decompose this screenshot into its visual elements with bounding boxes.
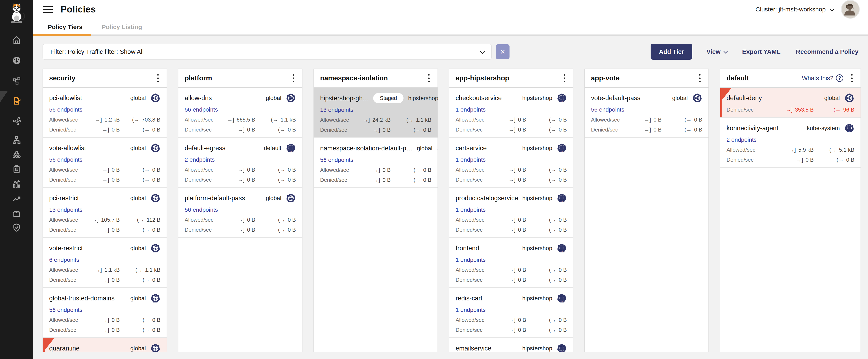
policy-scope-label: kube-system [807, 125, 840, 132]
network-sitemap-icon [12, 135, 21, 145]
sidebar-item-threat-defense[interactable] [0, 223, 33, 232]
endpoints-link[interactable]: 2 endpoints [185, 157, 215, 163]
policy-card[interactable]: pci-allowlist global 56 endpoints Allowe… [43, 88, 166, 138]
policy-card[interactable]: allow-dns global 56 endpoints Allowed/se… [178, 88, 302, 138]
policy-card[interactable]: redis-cart hipstershop 1 endpoints Allow… [450, 288, 573, 338]
sidebar-item-metrics[interactable] [0, 179, 33, 189]
endpoints-link[interactable]: 56 endpoints [49, 307, 82, 313]
policy-card[interactable]: vote-default-pass global 56 endpoints Al… [585, 88, 709, 138]
sidebar-item-endpoints[interactable] [0, 150, 33, 160]
ingress-value: 5.9 kB [798, 147, 814, 153]
endpoints-link[interactable]: 13 endpoints [49, 206, 82, 213]
tier-menu-kebab-icon[interactable] [427, 72, 431, 84]
egress-icon: (→ [143, 176, 150, 183]
endpoints-link[interactable]: 56 endpoints [185, 206, 218, 213]
policy-card[interactable]: hipstershop-gh… Staged hipstershop 13 en… [314, 88, 437, 138]
sidebar-item-trends[interactable] [0, 194, 33, 203]
recommend-policy-button[interactable]: Recommend a Policy [795, 48, 860, 55]
sidebar-item-flow-visualizer[interactable] [0, 116, 33, 126]
tab-policy-listing[interactable]: Policy Listing [96, 19, 148, 34]
policy-card[interactable]: frontend hipstershop 1 endpoints Allowed… [450, 238, 573, 288]
user-avatar[interactable] [841, 0, 860, 19]
export-yaml-button[interactable]: Export YAML [741, 48, 782, 55]
calico-cat-logo[interactable] [0, 0, 33, 25]
endpoints-link[interactable]: 1 endpoints [456, 307, 486, 313]
cluster-selector[interactable]: Cluster: jlt-msft-workshop [755, 6, 834, 13]
endpoints-link[interactable]: 56 endpoints [49, 106, 82, 113]
tier-help-link[interactable]: Whats this? ? [802, 74, 843, 82]
sidebar-item-home[interactable] [0, 35, 33, 45]
endpoints-link[interactable]: 6 endpoints [49, 256, 79, 263]
endpoints-link[interactable]: 1 endpoints [456, 256, 486, 263]
tier-menu-kebab-icon[interactable] [291, 72, 296, 84]
add-tier-button[interactable]: Add Tier [651, 44, 692, 60]
endpoints-link[interactable]: 56 endpoints [49, 157, 82, 163]
global-badge-icon [286, 93, 296, 103]
endpoints-link[interactable]: 56 endpoints [320, 157, 353, 163]
policy-card[interactable]: konnectivity-agent kube-system 2 endpoin… [720, 118, 861, 168]
policy-card[interactable]: cartservice hipstershop 1 endpoints Allo… [450, 138, 573, 188]
sidebar-item-dashboard[interactable] [0, 56, 33, 65]
sidebar-item-network[interactable] [0, 135, 33, 145]
policy-card[interactable]: vote-restrict global 6 endpoints Allowed… [43, 238, 166, 288]
tier-menu-kebab-icon[interactable] [698, 72, 702, 84]
egress-value: 0 B [694, 116, 702, 123]
policy-name: frontend [456, 245, 479, 252]
clear-filter-button[interactable]: × [496, 44, 509, 59]
sidebar-nav [0, 0, 33, 359]
view-dropdown-button[interactable]: View [705, 48, 728, 55]
metric-row: Allowed/sec→]0 B(→0 B [49, 317, 160, 323]
ingress-value: 105.7 B [101, 217, 120, 223]
endpoints-link[interactable]: 56 endpoints [185, 106, 218, 113]
endpoints-link[interactable]: 13 endpoints [320, 107, 353, 113]
endpoints-link[interactable]: 1 endpoints [456, 157, 486, 163]
tier-menu-kebab-icon[interactable] [156, 72, 160, 84]
ingress-value: 0 B [518, 127, 526, 133]
tier-header: security [43, 69, 166, 88]
policy-card[interactable]: namespace-isolation-default-p… global 56… [314, 138, 437, 188]
hamburger-menu-icon[interactable] [43, 6, 53, 13]
endpoints-link[interactable]: 2 endpoints [726, 137, 756, 143]
endpoints-link[interactable]: 56 endpoints [591, 106, 624, 113]
metric-row: Denied/sec→]0 B(→0 B [320, 127, 431, 133]
shield-check-icon [12, 223, 21, 232]
policy-card[interactable]: platform-default-pass global 56 endpoint… [178, 188, 302, 238]
egress-icon: (→ [413, 127, 421, 133]
policy-filter-dropdown[interactable]: Filter: Policy Traffic filter: Show All [42, 44, 492, 60]
metric-label: Allowed/sec [49, 267, 78, 273]
egress-icon: (→ [143, 127, 150, 133]
policy-card[interactable]: quarantine global 0 endpoints [43, 338, 166, 352]
policy-card[interactable]: emailservice hipstershop 1 endpoints All… [450, 338, 573, 352]
global-badge-icon [150, 293, 160, 303]
tab-policy-tiers[interactable]: Policy Tiers [42, 19, 88, 34]
policy-card[interactable]: pci-restrict global 13 endpoints Allowed… [43, 188, 166, 238]
endpoints-cluster-icon [12, 150, 21, 160]
sidebar-item-image-assurance[interactable] [0, 209, 33, 218]
policy-card[interactable]: global-trusted-domains global 56 endpoin… [43, 288, 166, 338]
policy-card[interactable]: default-deny global Denied/sec→]353.5 B(… [720, 88, 861, 118]
egress-icon: (→ [278, 167, 285, 173]
metric-label: Allowed/sec [456, 167, 485, 173]
metric-row: Denied/sec→]0 B(→0 B [49, 176, 160, 183]
endpoints-link[interactable]: 1 endpoints [456, 106, 486, 113]
ingress-icon: →] [373, 127, 380, 133]
policy-name: vote-restrict [49, 245, 83, 252]
policy-card[interactable]: productcatalogservice hipstershop 1 endp… [450, 188, 573, 238]
policy-card[interactable]: checkoutservice hipstershop 1 endpoints … [450, 88, 573, 138]
ingress-icon: →] [238, 217, 245, 223]
tier-menu-kebab-icon[interactable] [849, 72, 854, 84]
ingress-icon: →] [373, 167, 380, 173]
ingress-value: 665.5 B [237, 116, 255, 123]
tier-menu-kebab-icon[interactable] [562, 72, 567, 84]
policy-card[interactable]: vote-allowlist global 56 endpoints Allow… [43, 138, 166, 188]
policy-card[interactable]: default-egress default 2 endpoints Allow… [178, 138, 302, 188]
sidebar-item-compliance[interactable] [0, 165, 33, 174]
metric-label: Denied/sec [456, 127, 483, 133]
sidebar-item-service-graph[interactable] [0, 76, 33, 86]
policy-name: default-egress [185, 144, 225, 152]
egress-value: 0 B [559, 227, 567, 233]
endpoints-link[interactable]: 1 endpoints [456, 206, 486, 213]
policy-scope-label: hipstershop [522, 345, 552, 352]
ingress-value: 0 B [112, 317, 120, 323]
ingress-icon: →] [509, 277, 516, 283]
